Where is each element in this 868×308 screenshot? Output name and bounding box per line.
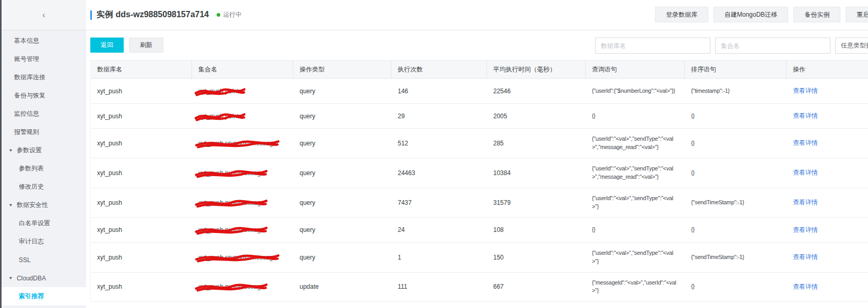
- cell-execution-count: 111: [391, 273, 487, 302]
- sidebar-item-label: 报警规则: [14, 128, 39, 137]
- sidebar-item-alarm-rules[interactable]: 报警规则: [2, 123, 86, 141]
- cell-collection: xyt_push.srunpushmessage: [192, 129, 293, 158]
- cell-avg-execution-time: 285: [487, 129, 586, 158]
- cell-collection: xyt_push.pushmessage: [192, 158, 293, 188]
- login-database-button[interactable]: 登录数据库: [655, 7, 708, 22]
- sidebar-item-label: SSL: [19, 256, 31, 264]
- refresh-button[interactable]: 刷新: [129, 38, 163, 53]
- cell-action: 查看详情: [787, 243, 868, 272]
- sidebar-item-monitoring-info[interactable]: 监控信息: [2, 105, 86, 123]
- view-details-link[interactable]: 查看详情: [793, 139, 818, 147]
- cell-query-statement: {"userId":"<val>","sendType":"<val>","me…: [586, 129, 685, 158]
- view-details-link[interactable]: 查看详情: [793, 226, 818, 235]
- sidebar-item-parameter-list[interactable]: 参数列表: [2, 159, 86, 178]
- sidebar-item-audit-log[interactable]: 审计日志: [2, 232, 86, 251]
- cell-execution-count: 24463: [391, 158, 487, 188]
- cell-collection: xyt_push.pushmessage: [192, 218, 293, 242]
- view-details-link[interactable]: 查看详情: [793, 253, 818, 262]
- collection-name-filter-input[interactable]: [715, 38, 830, 54]
- main-area: 实例 dds-wz9885098157a714 运行中 登录数据库自建Mongo…: [86, 0, 868, 308]
- cell-database: xyt_push: [91, 129, 192, 158]
- cell-operation-type: query: [293, 79, 391, 103]
- instance-id: dds-wz9885098157a714: [115, 10, 209, 19]
- title-accent-bar: [90, 10, 92, 20]
- sidebar-item-basic-info[interactable]: 基本信息: [2, 32, 86, 50]
- column-header-query-statement: 查询语句: [586, 60, 685, 78]
- cell-action: 查看详情: [787, 218, 868, 242]
- table-row: xyt_push xyt_push.srunpushmessage query …: [91, 243, 868, 273]
- table-row: xyt_push xyt_push.points query 146 22546…: [91, 79, 868, 104]
- sidebar-item-backup-and-restore[interactable]: 备份与恢复: [2, 87, 86, 105]
- sidebar-item-database-connection[interactable]: 数据库连接: [2, 68, 86, 87]
- cell-collection: xyt_push.points: [192, 104, 293, 128]
- cell-sort-statement: {}: [685, 218, 787, 242]
- sidebar-item-index-recommendation[interactable]: 索引推荐: [2, 287, 86, 305]
- cell-execution-count: 29: [391, 104, 487, 128]
- cell-sort-statement: {}: [685, 158, 787, 188]
- cell-avg-execution-time: 31579: [487, 188, 586, 217]
- cell-collection: xyt_push.srunpushmessage: [192, 243, 293, 272]
- sidebar-item-label: CloudDBA: [17, 275, 46, 282]
- sidebar-item-ssl[interactable]: SSL: [2, 251, 86, 269]
- sidebar-item-parameter-settings[interactable]: ▼ 参数设置: [2, 141, 86, 159]
- sidebar-item-label: 基本信息: [14, 36, 39, 45]
- cell-execution-count: 24: [391, 218, 487, 242]
- column-header-database-name: 数据库名: [91, 60, 192, 78]
- restart-instance-button[interactable]: 重启实例: [846, 7, 868, 22]
- app-root: ‹ 基本信息 账号管理 数据库连接 备份与恢复 监控信息 报警规则 ▼ 参数设置…: [0, 0, 868, 308]
- cell-query-statement: {}: [586, 218, 685, 242]
- view-details-link[interactable]: 查看详情: [793, 87, 818, 95]
- cell-operation-type: query: [293, 218, 391, 242]
- sidebar-item-label: 备份与恢复: [14, 91, 45, 100]
- column-header-execution-count: 执行次数: [391, 60, 487, 78]
- operation-type-select[interactable]: 任意类型操作: [835, 38, 868, 54]
- sidebar-item-label: 参数列表: [19, 164, 44, 173]
- operation-type-selected-value: 任意类型操作: [841, 41, 868, 50]
- cell-query-statement: {"userId":"<val>","sendType":"<val>"}: [586, 243, 685, 272]
- cell-sort-statement: {}: [685, 104, 787, 128]
- cell-database: xyt_push: [91, 79, 192, 103]
- cell-sort-statement: {}: [685, 273, 787, 302]
- index-recommendation-content: 返回 刷新 任意类型操作 数据库名集合名操作类型执行次数平均执行时间（毫秒）查询…: [86, 30, 868, 308]
- table-row: xyt_push xyt_push.pushmessage query 7437…: [91, 188, 868, 218]
- cell-execution-count: 512: [391, 129, 487, 158]
- table-row: xyt_push xyt_push.pushmessage query 2446…: [91, 158, 868, 188]
- cell-database: xyt_push: [91, 218, 192, 242]
- view-details-link[interactable]: 查看详情: [793, 198, 818, 207]
- cell-database: xyt_push: [91, 158, 192, 188]
- cell-action: 查看详情: [787, 104, 868, 128]
- toolbar-filters: 任意类型操作: [595, 38, 868, 54]
- back-button[interactable]: 返回: [90, 38, 124, 53]
- cell-operation-type: query: [293, 158, 391, 188]
- sidebar-item-account-management[interactable]: 账号管理: [2, 50, 86, 68]
- cell-query-statement: {"messageId":"<val>","userId":"<val>"}: [586, 273, 685, 302]
- backup-instance-button[interactable]: 备份实例: [793, 7, 840, 22]
- sidebar-item-label: 数据安全性: [17, 201, 48, 210]
- view-details-link[interactable]: 查看详情: [793, 112, 818, 120]
- page-title: 实例 dds-wz9885098157a714: [97, 9, 209, 20]
- cell-avg-execution-time: 108: [487, 218, 586, 242]
- column-header-operation-type: 操作类型: [293, 60, 391, 78]
- sidebar-item-modification-history[interactable]: 修改历史: [2, 178, 86, 196]
- column-header-collection-name: 集合名: [192, 60, 293, 78]
- cell-collection: xyt_push.points: [192, 79, 293, 103]
- cell-avg-execution-time: 10384: [487, 158, 586, 188]
- view-details-link[interactable]: 查看详情: [793, 282, 818, 291]
- sidebar-collapse-button[interactable]: ‹: [37, 10, 50, 20]
- sidebar-item-label: 数据库连接: [14, 73, 45, 82]
- database-name-filter-input[interactable]: [595, 38, 710, 54]
- cell-operation-type: query: [293, 188, 391, 217]
- view-details-link[interactable]: 查看详情: [793, 168, 818, 177]
- sidebar-item-whitelist-settings[interactable]: 白名单设置: [2, 214, 86, 232]
- cell-avg-execution-time: 150: [487, 243, 586, 272]
- cell-sort-statement: {"timestamp":-1}: [685, 79, 787, 103]
- migrate-self-built-mongodb-button[interactable]: 自建MongoDB迁移: [714, 7, 788, 22]
- collapse-arrow-icon: ▼: [8, 149, 13, 153]
- sidebar-item-data-security[interactable]: ▼ 数据安全性: [2, 196, 86, 214]
- cell-collection: xyt_push.pushmessage: [192, 188, 293, 217]
- table-toolbar: 返回 刷新 任意类型操作: [90, 38, 868, 54]
- status-text: 运行中: [223, 10, 242, 19]
- sidebar-item-clouddba[interactable]: ▼ CloudDBA: [2, 269, 86, 287]
- sidebar-item-label: 参数设置: [17, 146, 42, 155]
- collapse-arrow-icon: ▼: [8, 203, 13, 207]
